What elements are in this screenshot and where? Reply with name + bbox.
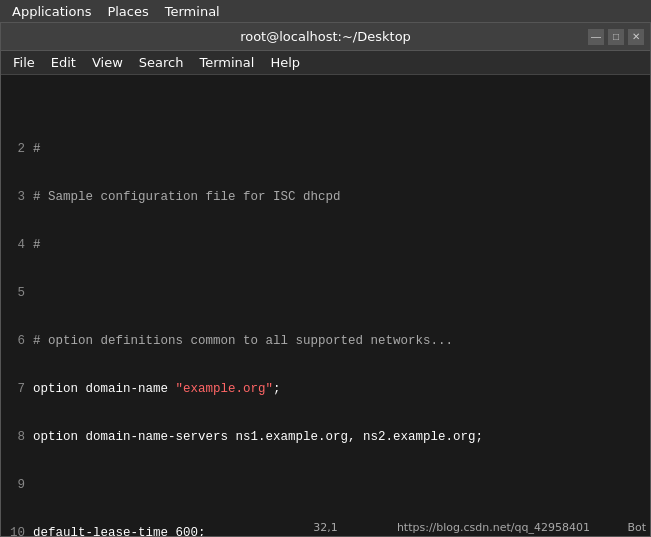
watermark-url: https://blog.csdn.net/qq_42958401 <box>397 521 590 534</box>
menu-help[interactable]: Help <box>262 51 308 75</box>
line-5: 5 <box>5 285 646 301</box>
minimize-button[interactable]: — <box>588 29 604 45</box>
applications-menu[interactable]: Applications <box>4 0 99 22</box>
maximize-button[interactable]: □ <box>608 29 624 45</box>
menu-view[interactable]: View <box>84 51 131 75</box>
terminal-content[interactable]: 2 # 3 # Sample configuration file for IS… <box>1 75 650 536</box>
menu-terminal[interactable]: Terminal <box>191 51 262 75</box>
window-title: root@localhost:~/Desktop <box>240 29 411 44</box>
terminal-menu[interactable]: Terminal <box>157 0 228 22</box>
line-2: 2 # <box>5 141 646 157</box>
line-9: 9 <box>5 477 646 493</box>
menu-bar: File Edit View Search Terminal Help <box>1 51 650 75</box>
menu-search[interactable]: Search <box>131 51 192 75</box>
places-menu[interactable]: Places <box>99 0 156 22</box>
line-7: 7 option domain-name "example.org"; <box>5 381 646 397</box>
line-4: 4 # <box>5 237 646 253</box>
title-bar: root@localhost:~/Desktop — □ ✕ <box>1 23 650 51</box>
code-display: 2 # 3 # Sample configuration file for IS… <box>5 77 646 536</box>
menu-file[interactable]: File <box>5 51 43 75</box>
menu-edit[interactable]: Edit <box>43 51 84 75</box>
gnome-panel: Applications Places Terminal <box>0 0 651 22</box>
line-8: 8 option domain-name-servers ns1.example… <box>5 429 646 445</box>
line-3: 3 # Sample configuration file for ISC dh… <box>5 189 646 205</box>
close-button[interactable]: ✕ <box>628 29 644 45</box>
line-column-info: 32,1 <box>313 521 338 534</box>
window-controls: — □ ✕ <box>588 29 644 45</box>
bot-label: Bot <box>627 521 646 534</box>
terminal-window: root@localhost:~/Desktop — □ ✕ File Edit… <box>0 22 651 537</box>
line-6: 6 # option definitions common to all sup… <box>5 333 646 349</box>
